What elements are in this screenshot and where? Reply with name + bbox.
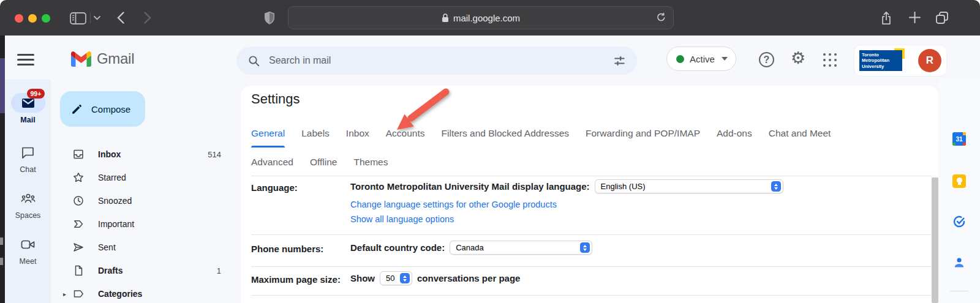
- tab-overview-icon[interactable]: [935, 10, 949, 25]
- country-code-select[interactable]: Canada: [450, 241, 592, 255]
- show-all-languages-link[interactable]: Show all language options: [350, 214, 454, 224]
- sidebar-chevron-down-icon[interactable]: [94, 16, 100, 20]
- gmail-wordmark: Gmail: [97, 50, 134, 67]
- tab-advanced[interactable]: Advanced: [251, 155, 293, 170]
- help-icon[interactable]: ?: [759, 52, 774, 67]
- keep-icon[interactable]: [952, 174, 966, 188]
- url-text: mail.google.com: [453, 13, 520, 23]
- avatar[interactable]: R: [918, 49, 941, 72]
- reload-icon[interactable]: [656, 12, 666, 23]
- toolbar-separator: [90, 13, 91, 23]
- status-label: Active: [690, 54, 715, 64]
- tab-chat-and-meet[interactable]: Chat and Meet: [769, 126, 831, 141]
- divider: [251, 234, 938, 235]
- sidebar-item-starred[interactable]: Starred: [51, 166, 221, 189]
- active-status-dot: [676, 55, 684, 63]
- sidebar-item-inbox[interactable]: Inbox 514: [51, 143, 221, 166]
- search-icon[interactable]: [247, 54, 260, 67]
- select-stepper-icon: [771, 181, 781, 192]
- important-icon: [72, 218, 85, 230]
- tab-accounts[interactable]: Accounts: [386, 126, 425, 141]
- account-chip[interactable]: TorontoMetropolitanUniversity R: [854, 45, 947, 77]
- gmail-logo: Gmail: [71, 50, 134, 67]
- sidebar-item-drafts[interactable]: Drafts 1: [51, 259, 221, 282]
- new-tab-icon[interactable]: [908, 11, 921, 24]
- star-icon: [72, 171, 85, 184]
- safari-toolbar: mail.google.com: [0, 0, 980, 36]
- tab-themes[interactable]: Themes: [353, 155, 388, 170]
- tab-labels[interactable]: Labels: [301, 126, 330, 141]
- rail-item-mail[interactable]: 99+ Mail: [5, 93, 51, 124]
- tag-icon: [72, 288, 85, 300]
- phone-field-line: Default country code: Canada: [350, 241, 592, 255]
- mail-unread-badge: 99+: [27, 89, 45, 99]
- sidebar-item-sent[interactable]: Sent: [51, 236, 221, 259]
- address-bar[interactable]: mail.google.com: [288, 6, 674, 29]
- scrollbar-thumb[interactable]: [932, 178, 938, 303]
- browser-window: mail.google.com Gmail: [0, 0, 980, 303]
- minimize-window-button[interactable]: [28, 14, 37, 23]
- forward-button[interactable]: [144, 12, 151, 24]
- select-stepper-icon: [400, 273, 410, 283]
- search-input[interactable]: [269, 55, 605, 66]
- settings-scrollbar[interactable]: [931, 176, 938, 303]
- tab-inbox[interactable]: Inbox: [346, 126, 369, 141]
- settings-panel: Settings General Labels Inbox Accounts F…: [241, 86, 938, 303]
- desktop-edge-strip: [0, 36, 5, 303]
- gmail-app: Gmail Active ? ⚙ TorontoMetropolitanUniv…: [0, 36, 980, 303]
- page-size-field-line: Show 50 conversations per page: [350, 271, 520, 285]
- main-menu-icon[interactable]: [17, 54, 34, 65]
- inbox-count: 514: [208, 150, 221, 159]
- tasks-icon[interactable]: [952, 215, 966, 228]
- back-button[interactable]: [117, 12, 124, 24]
- display-language-label: Toronto Metropolitan University Mail dis…: [350, 181, 590, 192]
- page-size-row-label: Maximum page size:: [251, 274, 341, 285]
- drafts-count: 1: [217, 266, 221, 275]
- mail-navigation: Compose Inbox 514 Starred Sno: [51, 80, 235, 303]
- contacts-icon[interactable]: [952, 256, 966, 269]
- sidebar-item-categories[interactable]: ▸ Categories: [51, 282, 221, 303]
- sidebar-toggle-icon[interactable]: [70, 12, 86, 24]
- organization-name: TorontoMetropolitanUniversity: [859, 50, 902, 71]
- rail-item-spaces[interactable]: Spaces: [5, 189, 51, 220]
- divider: [251, 295, 938, 296]
- sidebar-item-important[interactable]: Important: [51, 212, 221, 236]
- calendar-icon[interactable]: 31: [952, 132, 966, 146]
- organization-logo: TorontoMetropolitanUniversity: [859, 48, 906, 73]
- share-icon[interactable]: [880, 10, 892, 26]
- expand-chevron-icon[interactable]: ▸: [63, 291, 66, 297]
- search-options-icon[interactable]: [613, 54, 626, 67]
- language-row-label: Language:: [251, 182, 298, 193]
- select-stepper-icon: [580, 242, 590, 253]
- tab-addons[interactable]: Add-ons: [717, 126, 752, 141]
- spaces-icon: [21, 193, 36, 204]
- page-size-select[interactable]: 50: [380, 271, 412, 285]
- rail-item-chat[interactable]: Chat: [5, 143, 51, 174]
- tab-filters[interactable]: Filters and Blocked Addresses: [442, 126, 570, 141]
- app-rail: 99+ Mail Chat Spaces: [5, 80, 51, 303]
- compose-button[interactable]: Compose: [60, 91, 145, 127]
- page-title: Settings: [251, 91, 300, 107]
- close-window-button[interactable]: [15, 14, 23, 23]
- side-panel-rail: 31 +: [938, 80, 980, 303]
- zoom-window-button[interactable]: [42, 14, 50, 23]
- settings-tabs-row1: General Labels Inbox Accounts Filters an…: [251, 126, 831, 141]
- google-apps-icon[interactable]: [823, 53, 837, 67]
- rail-item-meet[interactable]: Meet: [5, 234, 51, 266]
- search-bar[interactable]: [236, 47, 637, 75]
- page-size-prefix: Show: [350, 273, 375, 283]
- display-language-select[interactable]: English (US): [595, 179, 783, 193]
- phone-row-label: Phone numbers:: [251, 244, 323, 254]
- page-size-suffix: conversations per page: [417, 273, 520, 283]
- inbox-icon: [72, 148, 85, 160]
- send-icon: [72, 241, 85, 253]
- divider: [251, 176, 938, 176]
- tab-forwarding[interactable]: Forwarding and POP/IMAP: [586, 126, 700, 141]
- privacy-shield-icon[interactable]: [264, 11, 275, 24]
- settings-gear-icon[interactable]: ⚙: [791, 50, 805, 67]
- tab-general[interactable]: General: [251, 126, 285, 141]
- tab-offline[interactable]: Offline: [310, 155, 337, 170]
- sidebar-item-snoozed[interactable]: Snoozed: [51, 189, 221, 212]
- status-selector[interactable]: Active: [666, 47, 736, 71]
- change-language-link[interactable]: Change language settings for other Googl…: [350, 200, 557, 209]
